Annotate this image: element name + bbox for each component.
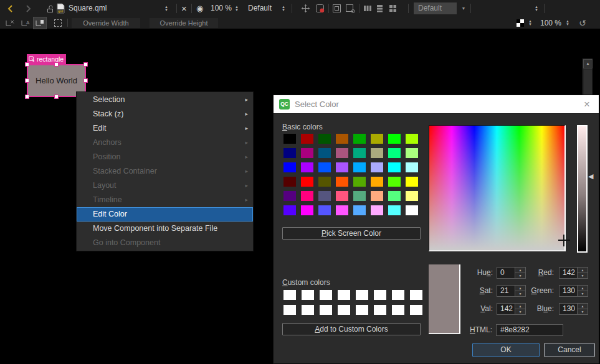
basic-color-swatch[interactable] [353,162,366,172]
forward-icon[interactable] [24,4,32,13]
basic-color-swatch[interactable] [318,134,331,144]
dialog-close-icon[interactable]: × [580,96,594,113]
custom-color-swatch[interactable] [410,305,422,315]
basic-color-swatch[interactable] [371,148,383,158]
custom-color-swatch[interactable] [356,290,368,300]
basic-color-swatch[interactable] [283,148,296,158]
red-spinbox[interactable]: 142 ▲▼ [559,267,588,279]
scroll-up-icon[interactable]: ▲ [583,59,593,68]
custom-color-swatch[interactable] [302,305,314,315]
extra-stepper-icon[interactable]: ▲▼ [535,0,538,17]
override-height-button[interactable]: Override Height [150,18,218,28]
event-list-icon[interactable] [315,4,325,13]
resize-handle-top-right[interactable] [83,62,88,67]
custom-color-swatch[interactable] [356,305,368,315]
resize-handle-top-middle[interactable] [54,62,59,67]
custom-color-swatch[interactable] [338,290,350,300]
basic-color-swatch[interactable] [318,162,331,172]
spin-down-icon[interactable]: ▼ [578,291,588,297]
basic-color-swatch[interactable] [388,205,401,215]
basic-color-swatch[interactable] [371,134,383,144]
basic-color-swatch[interactable] [301,191,313,201]
distribute-grid-icon[interactable] [389,4,397,12]
unlock-icon[interactable] [45,4,54,13]
blue-spinbox[interactable]: 130 ▲▼ [559,303,588,315]
basic-color-swatch[interactable] [388,162,401,172]
basic-color-swatch[interactable] [371,162,383,172]
ok-button[interactable]: OK [472,343,540,357]
basic-color-swatch[interactable] [301,177,313,187]
custom-color-swatch[interactable] [283,305,296,315]
basic-color-swatch[interactable] [283,205,296,215]
override-fill-active-box[interactable] [33,17,47,29]
back-icon[interactable] [6,4,15,13]
basic-color-swatch[interactable] [336,162,348,172]
custom-color-swatch[interactable] [283,290,296,300]
state-selector[interactable]: Default [248,0,272,17]
basic-color-swatch[interactable] [336,134,348,144]
value-slider-arrow-icon[interactable]: ◀ [588,171,593,181]
custom-color-swatch[interactable] [338,305,350,315]
override-none-icon[interactable] [5,19,15,27]
add-to-custom-colors-button[interactable]: Add to Custom Colors [282,323,421,335]
selection-outline-icon[interactable] [54,19,62,27]
menu-item-stack-z[interactable]: Stack (z) ▸ [77,107,253,121]
custom-color-swatch[interactable] [302,290,314,300]
custom-color-swatch[interactable] [410,290,422,300]
custom-color-swatch[interactable] [320,305,332,315]
blue-value[interactable]: 130 [559,303,578,315]
basic-color-swatch[interactable] [336,191,348,201]
basic-color-swatch[interactable] [353,134,366,144]
basic-color-swatch[interactable] [388,191,401,201]
reset-zoom-icon[interactable]: ↺ [579,17,586,29]
basic-color-swatch[interactable] [353,177,366,187]
basic-color-swatch[interactable] [388,148,401,158]
distribute-vertical-icon[interactable] [376,4,383,12]
basic-color-swatch[interactable] [371,191,383,201]
document-name[interactable]: Square.qml [69,0,107,17]
sat-value[interactable]: 21 [497,285,515,297]
bounding-rect-icon[interactable] [332,4,341,13]
dialog-titlebar[interactable]: QC Select Color × [274,95,599,114]
basic-color-swatch[interactable] [301,148,313,158]
override-width-button[interactable]: Override Width [72,18,140,28]
cancel-button[interactable]: Cancel [544,343,595,357]
basic-color-swatch[interactable] [301,134,313,144]
green-value[interactable]: 130 [559,285,578,297]
basic-color-swatch[interactable] [406,191,418,201]
transparency-checker-icon[interactable] [517,19,524,27]
basic-color-swatch[interactable] [371,177,383,187]
basic-color-swatch[interactable] [318,148,331,158]
basic-color-swatch[interactable] [301,205,313,215]
basic-color-swatch[interactable] [406,134,418,144]
basic-color-swatch[interactable] [301,162,313,172]
run-preview-icon[interactable]: ◉ [196,0,203,17]
canvas-zoom-value[interactable]: 100 % [540,17,561,29]
basic-color-swatch[interactable] [318,177,331,187]
custom-color-swatch[interactable] [320,290,332,300]
pick-screen-color-button[interactable]: Pick Screen Color [282,227,421,240]
spin-up-icon[interactable]: ▲ [578,267,588,273]
basic-color-swatch[interactable] [283,162,296,172]
selection-label-tab[interactable]: rectangle [27,54,66,64]
basic-color-swatch[interactable] [388,177,401,187]
hue-value[interactable]: 0 [497,267,515,279]
basic-color-swatch[interactable] [336,177,348,187]
resize-handle-bottom-left[interactable] [25,95,29,99]
basic-color-swatch[interactable] [406,148,418,158]
basic-color-swatch[interactable] [353,148,366,158]
html-color-input[interactable]: #8e8282 [496,324,563,336]
hue-saturation-picker[interactable] [429,125,566,251]
basic-color-swatch[interactable] [283,134,296,144]
basic-color-swatch[interactable] [388,134,401,144]
spin-up-icon[interactable]: ▲ [578,303,588,309]
basic-color-swatch[interactable] [406,205,418,215]
file-zoom-value[interactable]: 100 % [211,0,232,17]
override-text-icon[interactable]: A [21,19,31,27]
picker-crosshair-icon[interactable] [558,240,570,241]
bounding-rect-anchor-icon[interactable] [345,4,355,13]
basic-color-swatch[interactable] [318,191,331,201]
checker-stepper-icon[interactable]: ▲▼ [528,17,532,29]
resize-handle-top-left[interactable] [25,62,29,67]
basic-color-swatch[interactable] [406,162,418,172]
